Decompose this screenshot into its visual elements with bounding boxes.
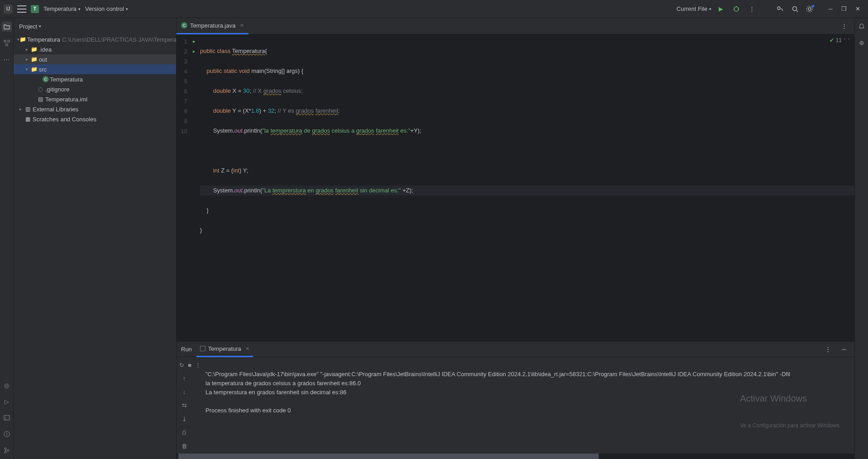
run-panel: Run Temperatura × ⋮ ─ ↻ ■ ⋮ bbox=[176, 341, 854, 459]
stop-button[interactable]: ■ bbox=[187, 360, 193, 370]
run-target-label: Current File bbox=[677, 5, 707, 12]
notifications-button[interactable] bbox=[857, 22, 867, 32]
close-tab-button[interactable]: × bbox=[240, 22, 243, 29]
problems-tool-button[interactable] bbox=[2, 429, 12, 439]
warning-icon bbox=[3, 430, 10, 438]
tree-item-class[interactable]: C Temperatura bbox=[14, 74, 176, 84]
chevron-down-icon: ▾ bbox=[39, 24, 41, 29]
users-icon bbox=[776, 5, 783, 13]
scratches-icon: ▦ bbox=[24, 116, 32, 122]
project-dropdown[interactable]: Temperatura ▾ bbox=[43, 5, 81, 12]
editor-area: C Temperatura.java × ⋮ ✔ 11 ˄ ˅ 1▸ 2▸ 3 … bbox=[176, 18, 854, 459]
structure-tool-button[interactable] bbox=[2, 38, 12, 48]
main-menu-icon[interactable] bbox=[17, 5, 26, 13]
terminal-icon bbox=[3, 414, 10, 421]
more-tool-button[interactable]: ⋯ bbox=[2, 54, 12, 64]
folder-icon: 📁 bbox=[30, 46, 38, 53]
chevron-right-icon[interactable]: ▸ bbox=[24, 47, 30, 52]
ai-tool-button[interactable] bbox=[857, 38, 867, 48]
up-button[interactable]: ↑ bbox=[179, 373, 189, 383]
console-text: "C:\Program Files\Java\jdk-17\bin\java.e… bbox=[205, 371, 790, 414]
tree-item-out[interactable]: ▸ 📁 out bbox=[14, 54, 176, 64]
tree-item-iml[interactable]: ▤ Temperatura.iml bbox=[14, 94, 176, 104]
tree-scratches[interactable]: ▦ Scratches and Consoles bbox=[14, 114, 176, 124]
project-name-label: Temperatura bbox=[43, 5, 76, 12]
tree-external-libs[interactable]: ▸ ▥ External Libraries bbox=[14, 104, 176, 114]
editor-more-button[interactable]: ⋮ bbox=[838, 20, 850, 32]
hide-panel-button[interactable]: ─ bbox=[838, 344, 850, 355]
settings-button[interactable] bbox=[805, 3, 816, 15]
console-output[interactable]: "C:\Program Files\Java\jdk-17\bin\java.e… bbox=[204, 357, 854, 454]
run-config-label: Temperatura bbox=[208, 345, 241, 352]
svg-point-18 bbox=[7, 449, 9, 451]
bug-icon bbox=[733, 5, 740, 13]
ide-logo: IJ bbox=[4, 5, 13, 14]
chevron-down-icon[interactable]: ▾ bbox=[24, 67, 30, 72]
tree-item-gitignore[interactable]: ◌ .gitignore bbox=[14, 84, 176, 94]
svg-rect-9 bbox=[4, 40, 6, 42]
print-button[interactable]: ⎙ bbox=[179, 427, 189, 437]
file-icon: ◌ bbox=[36, 86, 44, 92]
tree-item-idea[interactable]: ▸ 📁 .idea bbox=[14, 44, 176, 54]
tree-label: src bbox=[39, 66, 47, 73]
rerun-button[interactable]: ↻ bbox=[179, 360, 185, 370]
tree-root-name: Temperatura bbox=[27, 36, 60, 43]
close-tab-button[interactable]: × bbox=[246, 345, 249, 352]
line-number: 3 bbox=[184, 58, 187, 65]
horizontal-scrollbar[interactable] bbox=[176, 454, 854, 459]
vcs-label: Version control bbox=[85, 5, 124, 12]
soft-wrap-button[interactable]: ⇆ bbox=[179, 401, 189, 411]
folder-icon bbox=[3, 23, 10, 30]
scroll-end-button[interactable]: ⤓ bbox=[179, 414, 189, 424]
line-number: 9 bbox=[184, 118, 187, 124]
editor-gutter: 1▸ 2▸ 3 4 5 6 7 8 9 10 bbox=[176, 34, 196, 341]
down-button[interactable]: ↓ bbox=[179, 387, 189, 397]
gutter-run-icon[interactable]: ▸ bbox=[193, 38, 196, 44]
watermark-title: Activar Windows bbox=[740, 394, 841, 403]
run-button[interactable]: ▶ bbox=[715, 3, 727, 15]
class-icon: C bbox=[43, 76, 49, 82]
more-button[interactable]: ⋮ bbox=[195, 360, 201, 370]
terminal-tool-button[interactable] bbox=[2, 413, 12, 423]
svg-point-16 bbox=[5, 448, 6, 449]
run-target-dropdown[interactable]: Current File ▾ bbox=[677, 5, 711, 12]
chevron-right-icon[interactable]: ▸ bbox=[24, 57, 30, 62]
ai-icon bbox=[858, 39, 865, 47]
code-with-me-button[interactable] bbox=[774, 3, 786, 15]
left-tool-rail: ⋯ ◎ ▷ bbox=[0, 18, 14, 459]
search-icon bbox=[792, 5, 799, 13]
project-badge: T bbox=[31, 5, 39, 13]
maximize-window-button[interactable]: ❐ bbox=[837, 3, 851, 15]
tree-label: Scratches and Consoles bbox=[33, 116, 96, 123]
vcs-dropdown[interactable]: Version control ▾ bbox=[85, 5, 128, 12]
line-number: 6 bbox=[184, 88, 187, 95]
git-tool-button[interactable] bbox=[2, 445, 12, 455]
run-config-tab[interactable]: Temperatura × bbox=[196, 342, 253, 357]
svg-point-4 bbox=[777, 7, 780, 10]
line-number: 5 bbox=[184, 78, 187, 85]
run-tool-button[interactable]: ▷ bbox=[2, 397, 12, 406]
line-number: 7 bbox=[184, 98, 187, 105]
run-panel-more-button[interactable]: ⋮ bbox=[822, 344, 834, 355]
search-button[interactable] bbox=[789, 3, 801, 15]
code-editor[interactable]: public class Temperatura{ public static … bbox=[196, 34, 854, 341]
library-icon: ▥ bbox=[24, 106, 32, 112]
chevron-down-icon: ▾ bbox=[126, 7, 128, 11]
close-window-button[interactable]: ✕ bbox=[851, 3, 864, 15]
minimize-window-button[interactable]: ─ bbox=[824, 3, 837, 15]
folder-icon: 📁 bbox=[30, 66, 38, 72]
clear-button[interactable]: 🗑 bbox=[179, 441, 189, 451]
chevron-right-icon[interactable]: ▸ bbox=[17, 107, 24, 111]
tree-item-src[interactable]: ▾ 📁 src bbox=[14, 64, 176, 74]
project-panel-header[interactable]: Project ▾ bbox=[14, 18, 176, 34]
gutter-run-icon[interactable]: ▸ bbox=[193, 48, 196, 54]
folder-icon: 📁 bbox=[19, 36, 26, 43]
tree-label: out bbox=[39, 56, 47, 63]
editor-tab[interactable]: C Temperatura.java × bbox=[176, 18, 248, 34]
services-tool-button[interactable]: ◎ bbox=[2, 380, 12, 390]
project-tool-button[interactable] bbox=[2, 22, 12, 32]
tree-root[interactable]: ▾ 📁 Temperatura C:\Users\DELL\PRACTICAS … bbox=[14, 34, 176, 44]
svg-point-17 bbox=[5, 451, 6, 453]
debug-button[interactable] bbox=[730, 3, 742, 15]
more-actions-button[interactable]: ⋮ bbox=[746, 3, 758, 15]
